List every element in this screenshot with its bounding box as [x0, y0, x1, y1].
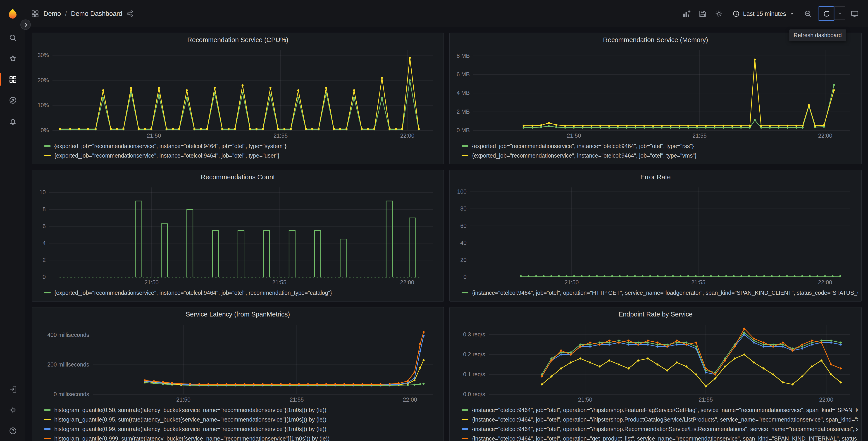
legend-item[interactable]: {instance="otelcol:9464", job="otel", op… — [462, 288, 858, 297]
refresh-dashboard-button[interactable] — [819, 6, 834, 21]
legend-item[interactable]: {exported_job="recommendationservice", i… — [44, 288, 440, 297]
add-panel-button[interactable] — [679, 6, 693, 21]
svg-text:21:55: 21:55 — [692, 133, 707, 139]
legend-item[interactable]: {exported_job="recommendationservice", i… — [44, 141, 440, 151]
chart-canvas[interactable]: 0 milliseconds200 milliseconds400 millis… — [36, 321, 440, 404]
svg-text:22:00: 22:00 — [403, 396, 417, 403]
chart-area[interactable]: 0.0 req/s0.1 req/s0.2 req/s0.3 req/s21:5… — [454, 321, 858, 404]
panel-recommendation-service-memory: Recommendation Service (Memory) 0 MB2 MB… — [450, 33, 862, 164]
legend-series-label: histogram_quantile(0.50, sum(rate(latenc… — [54, 407, 326, 413]
legend-item[interactable]: {instance="otelcol:9464", job="otel", op… — [462, 405, 858, 415]
svg-text:40: 40 — [460, 239, 467, 246]
chart-canvas[interactable]: 0 MB2 MB4 MB6 MB8 MB21:5021:5522:00 — [454, 47, 858, 140]
grafana-app: ? Demo / Demo Dashboard — [0, 0, 868, 441]
panel-title[interactable]: Endpoint Rate by Service — [450, 307, 861, 321]
chevron-right-icon — [23, 22, 28, 27]
svg-text:21:55: 21:55 — [290, 396, 304, 403]
svg-text:0: 0 — [463, 274, 467, 280]
legend-item[interactable]: histogram_quantile(0.50, sum(rate(latenc… — [44, 405, 440, 415]
svg-text:21:50: 21:50 — [144, 279, 159, 286]
refresh-interval-dropdown[interactable] — [834, 6, 845, 20]
panel-endpoint-rate-by-service: Endpoint Rate by Service 0.0 req/s0.1 re… — [450, 307, 862, 441]
panel-title[interactable]: Error Rate — [450, 170, 861, 184]
panel-service-latency: Service Latency (from SpanMetrics) 0 mil… — [32, 307, 444, 441]
breadcrumb-page-title[interactable]: Demo Dashboard — [71, 10, 122, 17]
sidebar-item-help[interactable]: ? — [0, 420, 25, 441]
dashboard-settings-button[interactable] — [712, 6, 726, 21]
svg-text:10%: 10% — [37, 102, 49, 108]
legend-item[interactable]: {exported_job="recommendationservice", i… — [462, 151, 858, 160]
chevron-down-icon — [789, 11, 795, 16]
svg-text:30%: 30% — [37, 52, 49, 58]
tooltip-refresh-dashboard: Refresh dashboard — [789, 29, 846, 41]
sidebar: ? — [0, 0, 25, 441]
sidebar-item-search[interactable] — [0, 27, 25, 48]
chart-canvas[interactable]: 02040608010021:5021:5522:00 — [454, 184, 858, 287]
sidebar-item-explore[interactable] — [0, 90, 25, 111]
sidebar-item-dashboards[interactable] — [0, 69, 25, 90]
cycle-view-mode-button[interactable] — [847, 6, 862, 21]
legend-series-label: histogram_quantile(0.95, sum(rate(latenc… — [54, 416, 326, 423]
save-dashboard-button[interactable] — [695, 6, 710, 21]
gear-icon — [715, 9, 723, 18]
share-icon[interactable] — [126, 10, 134, 17]
gear-icon — [8, 406, 17, 414]
sidebar-item-configuration[interactable] — [0, 399, 25, 420]
chart-area[interactable]: 0 MB2 MB4 MB6 MB8 MB21:5021:5522:00 — [454, 47, 858, 140]
svg-text:21:50: 21:50 — [176, 396, 190, 403]
legend-item[interactable]: histogram_quantile(0.95, sum(rate(latenc… — [44, 415, 440, 424]
legend-series-label: histogram_quantile(0.99, sum(rate(latenc… — [54, 426, 326, 432]
svg-text:200 milliseconds: 200 milliseconds — [47, 361, 89, 368]
sidebar-item-alerting[interactable] — [0, 111, 25, 131]
legend-series-color — [462, 409, 468, 411]
chart-canvas[interactable]: 0.0 req/s0.1 req/s0.2 req/s0.3 req/s21:5… — [454, 321, 858, 404]
svg-text:21:55: 21:55 — [272, 279, 286, 286]
panel-title[interactable]: Service Latency (from SpanMetrics) — [32, 307, 443, 321]
breadcrumb-section[interactable]: Demo — [43, 10, 61, 17]
panel-title[interactable]: Recommendations Count — [32, 170, 443, 184]
legend-item[interactable]: histogram_quantile(0.99, sum(rate(latenc… — [44, 424, 440, 434]
chart-area[interactable]: 0%10%20%30%21:5021:5522:00 — [36, 47, 440, 140]
panel-title[interactable]: Recommendation Service (CPU%) — [32, 33, 443, 47]
add-panel-icon — [682, 9, 691, 18]
legend-item[interactable]: {instance="otelcol:9464", job="otel", op… — [462, 434, 858, 441]
svg-text:0.0 req/s: 0.0 req/s — [463, 391, 485, 397]
legend-item[interactable]: {instance="otelcol:9464", job="otel", op… — [462, 424, 858, 434]
svg-text:21:55: 21:55 — [691, 279, 706, 286]
svg-text:22:00: 22:00 — [819, 396, 833, 403]
panel-legend: {instance="otelcol:9464", job="otel", op… — [450, 287, 861, 301]
sidebar-item-sign-in[interactable] — [0, 379, 25, 399]
chart-area[interactable]: 02040608010021:5021:5522:00 — [454, 184, 858, 287]
active-indicator — [0, 73, 1, 86]
svg-text:6 MB: 6 MB — [457, 71, 470, 78]
legend-item[interactable]: histogram_quantile(0.999, sum(rate(laten… — [44, 434, 440, 441]
save-icon — [698, 9, 707, 18]
legend-item[interactable]: {instance="otelcol:9464", job="otel", op… — [462, 415, 858, 424]
svg-text:4 MB: 4 MB — [457, 90, 470, 96]
sidebar-expand-button[interactable] — [20, 20, 31, 30]
sidebar-item-starred[interactable] — [0, 48, 25, 69]
legend-series-label: {instance="otelcol:9464", job="otel", op… — [472, 426, 858, 432]
svg-text:2 MB: 2 MB — [457, 109, 470, 115]
time-range-picker[interactable]: Last 15 minutes — [728, 6, 799, 21]
apps-grid-icon — [31, 9, 39, 18]
zoom-out-time-button[interactable] — [801, 6, 815, 21]
chart-area[interactable]: 0 milliseconds200 milliseconds400 millis… — [36, 321, 440, 404]
legend-series-color — [44, 409, 51, 411]
legend-item[interactable]: {exported_job="recommendationservice", i… — [44, 151, 440, 160]
svg-text:60: 60 — [460, 223, 467, 229]
legend-series-label: {instance="otelcol:9464", job="otel", op… — [472, 416, 858, 423]
legend-series-color — [44, 438, 51, 439]
grafana-flame-icon — [7, 8, 19, 20]
svg-text:21:50: 21:50 — [564, 279, 579, 286]
svg-text:0.3 req/s: 0.3 req/s — [463, 331, 485, 337]
chart-canvas[interactable]: 024681021:5021:5522:00 — [36, 184, 440, 287]
legend-item[interactable]: {exported_job="recommendationservice", i… — [462, 141, 858, 151]
svg-text:8: 8 — [42, 206, 46, 212]
svg-text:10: 10 — [39, 189, 46, 195]
svg-text:8 MB: 8 MB — [457, 53, 470, 59]
panel-legend: {exported_job="recommendationservice", i… — [450, 140, 861, 164]
chart-canvas[interactable]: 0%10%20%30%21:5021:5522:00 — [36, 47, 440, 140]
legend-series-color — [44, 155, 51, 156]
chart-area[interactable]: 024681021:5021:5522:00 — [36, 184, 440, 287]
